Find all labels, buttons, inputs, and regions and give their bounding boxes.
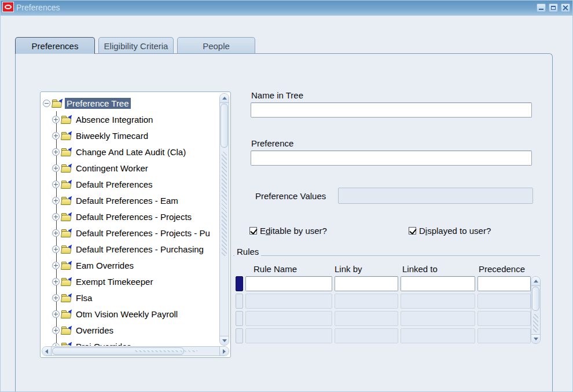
tree-node[interactable]: Default Preferences - Projects [41,208,219,225]
record-selector[interactable] [236,294,243,309]
linked-to-input[interactable] [401,276,475,291]
expand-plus-icon[interactable] [52,343,60,346]
rule-name-input [245,328,332,343]
scroll-track-hatch [222,152,227,256]
folder-new-arrow-icon [68,242,75,249]
expand-plus-icon[interactable] [52,197,60,204]
link-by-input [335,328,398,343]
tree-node[interactable]: Default Preferences - Eam [41,192,219,208]
linked-to-column-header: Linked to [402,264,438,274]
rule-name-input[interactable] [245,276,332,291]
editable-by-user-checkbox[interactable] [249,227,257,235]
tab-preferences[interactable]: Preferences [15,37,95,54]
window-title: Preferences [16,3,60,12]
linked-to-input [401,328,475,343]
rules-vscroll-thumb[interactable] [532,287,539,311]
tree-vertical-scrollbar[interactable] [219,93,229,346]
preference-input[interactable] [251,151,532,166]
expand-plus-icon[interactable] [52,278,60,285]
linked-to-input [401,294,475,309]
tree-node[interactable]: Proj Overrides [41,338,219,346]
tree-node[interactable]: Biweekly Timecard [41,127,219,144]
minimize-icon [539,9,543,10]
expand-plus-icon[interactable] [52,294,60,302]
tree-vscroll-thumb[interactable] [221,104,228,148]
folder-new-arrow-icon [68,210,75,217]
close-button[interactable] [561,3,570,12]
minimize-button[interactable] [537,3,546,12]
folder-new-arrow-icon [68,193,75,200]
folder-icon [61,212,72,221]
expand-plus-icon[interactable] [52,327,60,334]
collapse-minus-icon[interactable] [43,100,50,107]
precedence-input[interactable] [477,276,531,291]
rule-name-input [245,294,332,309]
arrow-up-icon[interactable] [531,277,540,286]
folder-icon [52,98,63,108]
tree-node[interactable]: Change And Late Audit (Cla) [41,144,219,160]
maximize-button[interactable] [549,3,558,12]
record-selector[interactable] [236,328,243,343]
tab-eligibility-criteria[interactable]: Eligibility Criteria [98,37,174,54]
tree-node[interactable]: Contingent Worker [41,160,219,176]
expand-plus-icon[interactable] [52,181,60,188]
tree-node[interactable]: Otm Vision Weekly Payroll [41,306,219,322]
folder-icon [61,147,72,156]
rules-table-row [236,294,531,309]
expand-plus-icon[interactable] [52,262,60,269]
close-icon [563,5,568,10]
rules-vertical-scrollbar[interactable] [531,276,541,344]
preference-tree: Preference TreeAbsence IntegrationBiweek… [41,93,219,346]
arrow-down-icon[interactable] [220,336,229,345]
titlebar[interactable]: Preferences [1,1,572,16]
tree-node-label: Default Preferences - Projects [74,211,193,222]
tree-node[interactable]: Flsa [41,290,219,306]
expand-plus-icon[interactable] [52,229,60,237]
tree-node-label: Preference Tree [65,98,131,109]
tree-hscroll-thumb[interactable] [52,347,184,355]
record-selector[interactable] [236,276,243,291]
arrow-down-icon[interactable] [531,334,540,343]
folder-new-arrow-icon [68,226,75,233]
tree-node[interactable]: Exempt Timekeeper [41,273,219,290]
tree-node[interactable]: Overrides [41,322,219,338]
preference-label: Preference [251,138,293,148]
link-by-column-header: Link by [335,264,362,274]
preference-tree-panel: Preference TreeAbsence IntegrationBiweek… [40,91,231,358]
arrow-right-icon[interactable] [219,347,229,356]
tree-node-label: Flsa [74,292,94,303]
expand-plus-icon[interactable] [52,246,60,253]
arrow-left-icon[interactable] [42,347,52,356]
tree-node[interactable]: Default Preferences - Projects - Pu [41,225,219,241]
rule-name-input [245,311,332,326]
arrow-up-icon[interactable] [220,94,229,103]
expand-plus-icon[interactable] [52,310,60,318]
tree-node-root[interactable]: Preference Tree [41,95,219,111]
link-by-input[interactable] [335,276,398,291]
folder-icon [61,131,72,140]
tree-node[interactable]: Default Preferences - Purchasing [41,241,219,257]
name-in-tree-input[interactable] [251,102,532,118]
tree-node-label: Eam Overrides [74,260,135,271]
linked-to-input [401,311,475,326]
tree-node-label: Otm Vision Weekly Payroll [74,309,179,320]
displayed-to-user-checkbox[interactable] [409,227,416,235]
tree-node[interactable]: Eam Overrides [41,257,219,273]
folder-icon [61,244,72,254]
folder-new-arrow-icon [68,323,75,330]
folder-new-arrow-icon [68,258,75,265]
expand-plus-icon[interactable] [52,213,60,221]
expand-plus-icon[interactable] [52,164,60,172]
link-by-input [335,311,398,326]
expand-plus-icon[interactable] [52,116,60,123]
tree-node-label: Default Preferences [74,179,155,190]
precedence-input [477,294,531,309]
tree-node[interactable]: Default Preferences [41,176,219,192]
record-selector[interactable] [236,311,243,326]
link-by-input [335,294,398,309]
expand-plus-icon[interactable] [52,148,60,156]
tab-people[interactable]: People [177,37,255,54]
expand-plus-icon[interactable] [52,132,60,140]
tree-horizontal-scrollbar[interactable] [42,346,229,356]
tree-node[interactable]: Absence Integration [41,111,219,127]
